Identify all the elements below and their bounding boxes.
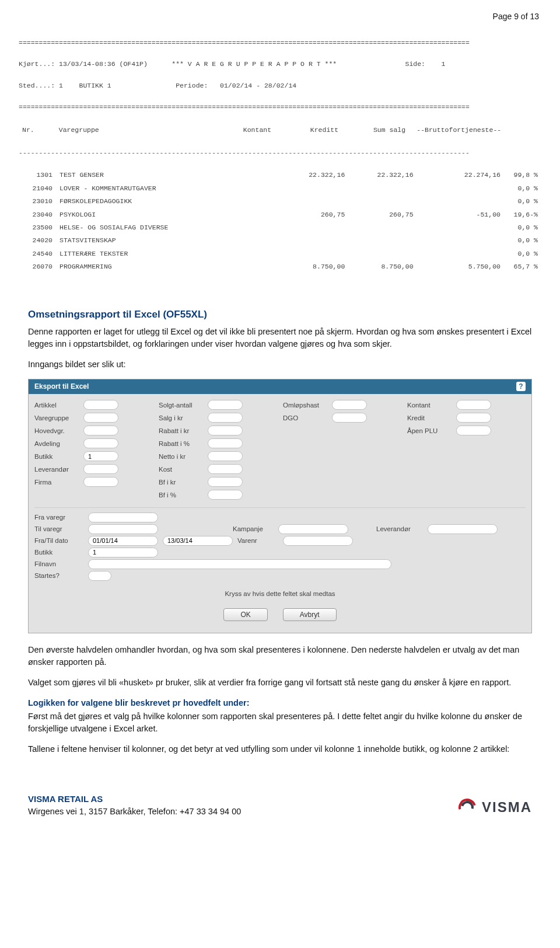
report-data-rows: 1301TEST GENSER22.322,1622.322,1622.274,… [19,169,541,273]
field-input[interactable] [456,400,491,410]
field-row: Kredit [407,412,526,424]
label-leverandor: Leverandør [376,524,423,534]
field-row: Solgt-antall [159,399,277,412]
row-fratil-dato: Fra/Til dato Varenr [34,536,526,546]
rule-top: ========================================… [19,38,541,48]
field-row: Firma [34,476,153,489]
table-row: 24020STATSVITENSKAP0,0 % [19,234,541,247]
field-row: Kontant [407,399,526,412]
field-input[interactable] [208,438,243,448]
field-row: Bf i kr [159,476,277,489]
field-input[interactable] [208,451,243,461]
field-input[interactable] [83,451,118,461]
col-kreditt: Kreditt [275,124,342,137]
field-row: Leverandør [34,463,153,476]
top-col-1: ArtikkelVaregruppeHovedvgr.AvdelingButik… [34,399,153,501]
col-sumsalg: Sum salg [342,124,409,137]
filnavn-input[interactable] [88,559,391,569]
field-label: Omløpshast [283,400,328,410]
field-label: Rabatt i % [159,439,204,449]
paragraph-5: Først må det gjøres et valg på hvilke ko… [28,710,532,735]
table-row: 1301TEST GENSER22.322,1622.322,1622.274,… [19,169,541,182]
cancel-button[interactable]: Avbryt [283,608,337,621]
field-label: Leverandør [34,465,80,475]
field-input[interactable] [83,400,118,410]
startes-input[interactable] [88,571,111,581]
row-filnavn: Filnavn [34,559,526,569]
field-input[interactable] [83,438,118,448]
kampanje-input[interactable] [278,524,348,534]
panel-title-bar: Eksport til Excel ? [29,379,531,394]
col-kontant: Kontant [208,124,275,137]
table-row: 21040LOVER - KOMMENTARUTGAVER0,0 % [19,182,541,195]
col-nr: Nr. [19,124,55,137]
top-col-4: KontantKreditÅpen PLU [407,399,526,501]
field-input[interactable] [208,464,243,474]
label-til-varegr: Til varegr [34,524,83,534]
field-label: Salg i kr [159,413,204,423]
field-input[interactable] [456,426,491,435]
label-butikk-lower: Butikk [34,548,83,557]
row-butikk: Butikk [34,548,526,557]
table-row: 23040PSYKOLOGI260,75260,75-51,0019,6-% [19,208,541,221]
fra-dato-input[interactable] [88,536,158,546]
til-varegr-input[interactable] [88,524,158,534]
butikk-lower-input[interactable] [88,548,158,557]
button-row: OK Avbryt [34,605,526,628]
row-til-varegr: Til varegr Kampanje Leverandør [34,524,526,534]
field-input[interactable] [456,413,491,423]
field-input[interactable] [83,426,118,435]
field-input[interactable] [208,413,243,423]
label-fra-varegr: Fra varegr [34,513,83,522]
field-row: Netto i kr [159,450,277,463]
field-input[interactable] [208,477,243,487]
field-input[interactable] [83,464,118,474]
ok-button[interactable]: OK [223,608,267,621]
field-label: Butikk [34,452,80,462]
field-input[interactable] [83,413,118,423]
field-row: Hovedvgr. [34,424,153,437]
field-input[interactable] [332,400,367,410]
field-label: Firma [34,478,80,487]
row-startes: Startes? [34,571,526,581]
section-heading: Omsetningsrapport til Excel (OF55XL) [28,308,532,322]
logo-text: VISMA [482,797,532,818]
field-label: Åpen PLU [407,426,453,436]
field-label: Kontant [407,400,453,410]
report-header-row: Nr. Varegruppe Kontant Kreditt Sum salg … [19,124,541,137]
top-col-2: Solgt-antallSalg i krRabatt i krRabatt i… [159,399,277,501]
divider [34,507,526,508]
field-label: Kredit [407,413,453,423]
field-label: Solgt-antall [159,400,204,410]
leverandor-input[interactable] [428,524,498,534]
field-input[interactable] [83,477,118,487]
field-label: Hovedvgr. [34,426,80,436]
til-dato-input[interactable] [163,536,233,546]
report-kjort-line: Kjørt...: 13/03/14-08:36 (OF41P) *** V A… [19,59,541,69]
varenr-input[interactable] [283,536,353,546]
field-label: Varegruppe [34,413,80,423]
field-input[interactable] [332,413,367,423]
field-input[interactable] [208,490,243,500]
page-footer: VISMA RETAIL AS Wirgenes vei 1, 3157 Bar… [0,769,560,830]
row-fra-varegr: Fra varegr [34,513,526,522]
top-col-3: OmløpshastDGO [283,399,401,501]
field-input[interactable] [208,426,243,435]
col-pct [505,124,541,137]
field-label: Artikkel [34,400,80,410]
field-input[interactable] [208,400,243,410]
paragraph-3: Den øverste halvdelen omhandler hvordan,… [28,644,532,668]
label-fratil-dato: Fra/Til dato [34,536,83,546]
field-row: Varegruppe [34,412,153,424]
help-icon[interactable]: ? [516,382,526,391]
field-row: Omløpshast [283,399,401,412]
label-startes: Startes? [34,571,83,581]
field-row: Kost [159,463,277,476]
page-number: Page 9 of 13 [0,0,560,27]
rule-2: ========================================… [19,102,541,113]
paragraph-1: Denne rapporten er laget for utlegg til … [28,326,532,350]
col-varegruppe: Varegruppe [55,124,208,137]
fra-varegr-input[interactable] [88,513,158,522]
table-row: 23010FØRSKOLEPEDAGOGIKK0,0 % [19,195,541,208]
field-label: Bf i kr [159,478,204,487]
